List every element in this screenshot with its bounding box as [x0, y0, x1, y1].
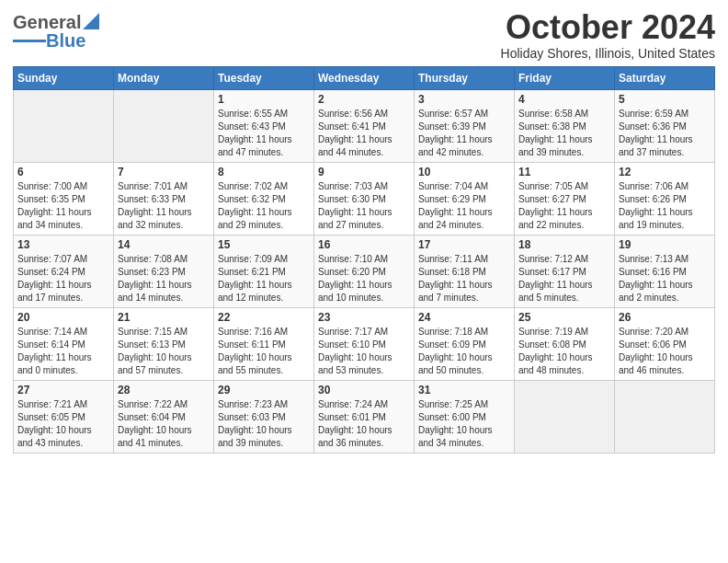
day-number: 4: [518, 93, 610, 106]
month-title: October 2024: [501, 9, 715, 46]
calendar-cell: 23Sunrise: 7:17 AM Sunset: 6:10 PM Dayli…: [314, 307, 415, 380]
day-number: 15: [218, 238, 310, 251]
week-row-5: 27Sunrise: 7:21 AM Sunset: 6:05 PM Dayli…: [14, 380, 715, 453]
day-info: Sunrise: 6:57 AM Sunset: 6:39 PM Dayligh…: [418, 108, 510, 159]
calendar-cell: 10Sunrise: 7:04 AM Sunset: 6:29 PM Dayli…: [415, 162, 515, 235]
day-number: 25: [518, 311, 610, 324]
day-info: Sunrise: 6:55 AM Sunset: 6:43 PM Dayligh…: [218, 108, 310, 159]
logo-blue: Blue: [46, 31, 85, 50]
day-number: 13: [17, 238, 109, 251]
week-row-4: 20Sunrise: 7:14 AM Sunset: 6:14 PM Dayli…: [14, 307, 715, 380]
calendar-cell: 29Sunrise: 7:23 AM Sunset: 6:03 PM Dayli…: [214, 380, 314, 453]
day-number: 8: [218, 166, 310, 178]
calendar-cell: 16Sunrise: 7:10 AM Sunset: 6:20 PM Dayli…: [314, 235, 415, 307]
day-info: Sunrise: 7:13 AM Sunset: 6:16 PM Dayligh…: [619, 253, 711, 304]
day-info: Sunrise: 7:23 AM Sunset: 6:03 PM Dayligh…: [218, 398, 310, 450]
calendar-cell: 2Sunrise: 6:56 AM Sunset: 6:41 PM Daylig…: [314, 89, 415, 162]
day-info: Sunrise: 7:00 AM Sunset: 6:35 PM Dayligh…: [17, 180, 109, 232]
day-number: 11: [518, 166, 610, 178]
day-info: Sunrise: 7:05 AM Sunset: 6:27 PM Dayligh…: [518, 180, 610, 232]
week-row-2: 6Sunrise: 7:00 AM Sunset: 6:35 PM Daylig…: [14, 162, 715, 235]
day-info: Sunrise: 7:04 AM Sunset: 6:29 PM Dayligh…: [418, 180, 510, 232]
calendar-cell: 19Sunrise: 7:13 AM Sunset: 6:16 PM Dayli…: [615, 235, 715, 307]
day-info: Sunrise: 7:15 AM Sunset: 6:13 PM Dayligh…: [118, 326, 210, 377]
logo-icon: [83, 13, 99, 29]
col-monday: Monday: [114, 66, 214, 89]
calendar-cell: 26Sunrise: 7:20 AM Sunset: 6:06 PM Dayli…: [615, 307, 715, 380]
calendar-cell: 31Sunrise: 7:25 AM Sunset: 6:00 PM Dayli…: [415, 380, 515, 453]
calendar-table: Sunday Monday Tuesday Wednesday Thursday…: [13, 66, 715, 454]
calendar-cell: 1Sunrise: 6:55 AM Sunset: 6:43 PM Daylig…: [214, 89, 314, 162]
calendar-cell: [515, 380, 615, 453]
day-info: Sunrise: 7:21 AM Sunset: 6:05 PM Dayligh…: [17, 398, 109, 450]
calendar-cell: 28Sunrise: 7:22 AM Sunset: 6:04 PM Dayli…: [114, 380, 214, 453]
calendar-cell: 7Sunrise: 7:01 AM Sunset: 6:33 PM Daylig…: [114, 162, 214, 235]
day-info: Sunrise: 7:18 AM Sunset: 6:09 PM Dayligh…: [418, 326, 510, 377]
calendar-cell: 8Sunrise: 7:02 AM Sunset: 6:32 PM Daylig…: [214, 162, 314, 235]
day-number: 17: [418, 238, 510, 251]
calendar-cell: 25Sunrise: 7:19 AM Sunset: 6:08 PM Dayli…: [515, 307, 615, 380]
day-number: 18: [518, 238, 610, 251]
calendar-cell: 22Sunrise: 7:16 AM Sunset: 6:11 PM Dayli…: [214, 307, 314, 380]
day-number: 9: [318, 166, 410, 178]
calendar-cell: [114, 89, 214, 162]
day-info: Sunrise: 6:58 AM Sunset: 6:38 PM Dayligh…: [518, 108, 610, 159]
day-info: Sunrise: 7:01 AM Sunset: 6:33 PM Dayligh…: [118, 180, 210, 232]
col-friday: Friday: [515, 66, 615, 89]
day-info: Sunrise: 7:03 AM Sunset: 6:30 PM Dayligh…: [318, 180, 410, 232]
day-info: Sunrise: 7:25 AM Sunset: 6:00 PM Dayligh…: [418, 398, 510, 450]
header-row: Sunday Monday Tuesday Wednesday Thursday…: [14, 66, 715, 89]
calendar-cell: 15Sunrise: 7:09 AM Sunset: 6:21 PM Dayli…: [214, 235, 314, 307]
day-number: 23: [318, 311, 410, 324]
day-number: 20: [17, 311, 109, 324]
col-saturday: Saturday: [615, 66, 715, 89]
calendar-cell: 27Sunrise: 7:21 AM Sunset: 6:05 PM Dayli…: [14, 380, 114, 453]
day-number: 2: [318, 93, 410, 106]
day-info: Sunrise: 7:14 AM Sunset: 6:14 PM Dayligh…: [17, 326, 109, 377]
calendar-container: General Blue October 2024 Holiday Shores…: [0, 0, 728, 461]
calendar-cell: 11Sunrise: 7:05 AM Sunset: 6:27 PM Dayli…: [515, 162, 615, 235]
day-number: 12: [619, 166, 711, 178]
col-tuesday: Tuesday: [214, 66, 314, 89]
day-number: 5: [619, 93, 711, 106]
svg-marker-0: [83, 13, 99, 29]
day-number: 28: [118, 384, 210, 396]
day-number: 26: [619, 311, 711, 324]
calendar-cell: 9Sunrise: 7:03 AM Sunset: 6:30 PM Daylig…: [314, 162, 415, 235]
day-info: Sunrise: 7:22 AM Sunset: 6:04 PM Dayligh…: [118, 398, 210, 450]
day-number: 1: [218, 93, 310, 106]
day-number: 19: [619, 238, 711, 251]
day-info: Sunrise: 7:11 AM Sunset: 6:18 PM Dayligh…: [418, 253, 510, 304]
calendar-cell: 4Sunrise: 6:58 AM Sunset: 6:38 PM Daylig…: [515, 89, 615, 162]
day-info: Sunrise: 7:12 AM Sunset: 6:17 PM Dayligh…: [518, 253, 610, 304]
day-info: Sunrise: 7:16 AM Sunset: 6:11 PM Dayligh…: [218, 326, 310, 377]
logo: General Blue: [13, 13, 99, 50]
logo-general: General: [13, 13, 81, 31]
calendar-cell: 24Sunrise: 7:18 AM Sunset: 6:09 PM Dayli…: [415, 307, 515, 380]
day-info: Sunrise: 7:24 AM Sunset: 6:01 PM Dayligh…: [318, 398, 410, 450]
day-number: 29: [218, 384, 310, 396]
day-info: Sunrise: 7:17 AM Sunset: 6:10 PM Dayligh…: [318, 326, 410, 377]
day-info: Sunrise: 7:10 AM Sunset: 6:20 PM Dayligh…: [318, 253, 410, 304]
calendar-cell: 6Sunrise: 7:00 AM Sunset: 6:35 PM Daylig…: [14, 162, 114, 235]
logo-line: [13, 40, 46, 42]
header: General Blue October 2024 Holiday Shores…: [13, 9, 715, 61]
col-thursday: Thursday: [415, 66, 515, 89]
day-info: Sunrise: 6:56 AM Sunset: 6:41 PM Dayligh…: [318, 108, 410, 159]
col-wednesday: Wednesday: [314, 66, 415, 89]
day-info: Sunrise: 7:07 AM Sunset: 6:24 PM Dayligh…: [17, 253, 109, 304]
day-info: Sunrise: 7:19 AM Sunset: 6:08 PM Dayligh…: [518, 326, 610, 377]
day-number: 6: [17, 166, 109, 178]
day-number: 22: [218, 311, 310, 324]
day-info: Sunrise: 6:59 AM Sunset: 6:36 PM Dayligh…: [619, 108, 711, 159]
col-sunday: Sunday: [14, 66, 114, 89]
calendar-body: 1Sunrise: 6:55 AM Sunset: 6:43 PM Daylig…: [14, 89, 715, 453]
day-number: 24: [418, 311, 510, 324]
day-number: 3: [418, 93, 510, 106]
calendar-cell: 5Sunrise: 6:59 AM Sunset: 6:36 PM Daylig…: [615, 89, 715, 162]
day-info: Sunrise: 7:20 AM Sunset: 6:06 PM Dayligh…: [619, 326, 711, 377]
calendar-cell: 13Sunrise: 7:07 AM Sunset: 6:24 PM Dayli…: [14, 235, 114, 307]
calendar-cell: 21Sunrise: 7:15 AM Sunset: 6:13 PM Dayli…: [114, 307, 214, 380]
calendar-cell: 18Sunrise: 7:12 AM Sunset: 6:17 PM Dayli…: [515, 235, 615, 307]
week-row-3: 13Sunrise: 7:07 AM Sunset: 6:24 PM Dayli…: [14, 235, 715, 307]
